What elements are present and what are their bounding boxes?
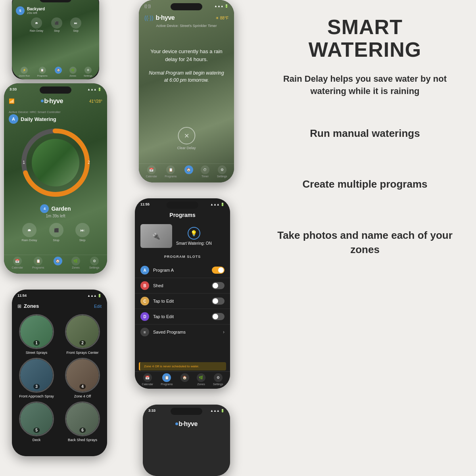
- phone-6-partial: 3:33 ▲▲▲ 🔋 b·hyve: [143, 405, 230, 476]
- nav-settings[interactable]: ⚙ Settings: [213, 373, 223, 386]
- program-badge: A: [9, 114, 18, 124]
- zone-4[interactable]: 4 Zone 4 Off: [61, 358, 104, 398]
- nav-timer[interactable]: ⏱ Timer: [201, 165, 209, 178]
- bhyve-logo: b·hyve: [41, 98, 63, 105]
- zone-name: Backyard: [27, 7, 45, 11]
- bottom-nav: 📅 Calendar 📋 Programs 🏠 🌿 Zones ⚙: [4, 255, 107, 271]
- phone-3-rain-delay: ((·)) ▲▲▲ 🔋 ((·)) b·hyve ☀ 88°F Active D…: [139, 0, 234, 182]
- warning-text: Zone 4 Off is never scheduled to water.: [144, 365, 222, 368]
- saved-programs-row[interactable]: ≡ Saved Programs ›: [135, 324, 230, 340]
- prog-badge-d: D: [140, 312, 149, 321]
- active-device: Active Device: Street's Sprinkler Timer: [139, 24, 234, 28]
- edit-button[interactable]: Edit: [94, 304, 102, 309]
- smart-watering-label: Smart Watering: ON: [176, 241, 212, 246]
- warning-banner: Zone 4 Off is never scheduled to water.: [139, 362, 226, 370]
- feature-1-section: Rain Delay helps you save water by not w…: [274, 73, 456, 98]
- program-item-d[interactable]: D Tap to Edit: [135, 309, 230, 324]
- phone-2-daily-watering: 3:33 ▲▲▲ 🔋 📶 b·hyve 41°/28° Active Devic…: [4, 83, 107, 274]
- phone4-header: Programs: [135, 210, 230, 220]
- zones-header: ⊞ Zones Edit: [12, 301, 107, 311]
- zones-icon-title: ⊞ Zones: [17, 303, 39, 309]
- programs-title: Programs: [140, 212, 225, 218]
- zone-number: 4: [40, 204, 49, 213]
- phone-4-programs: 11:55 ▲▲▲ 🔋 Programs 🔌 💡 Smart Watering:…: [135, 198, 230, 389]
- nav-settings[interactable]: ⚙ Settings: [84, 67, 92, 77]
- nav-programs[interactable]: 📋 Programs: [165, 165, 177, 178]
- rain-delay-btn[interactable]: 🌧 Rain Delay: [30, 17, 43, 32]
- nav-home[interactable]: 🏠: [54, 257, 62, 269]
- nav-settings[interactable]: ⚙ Settings: [217, 165, 227, 178]
- zone-1[interactable]: 1 Street Sprays: [15, 314, 58, 355]
- slots-header: PROGRAM SLOTS: [135, 255, 230, 259]
- program-list: A Program A B Shed C Tap to Edit: [135, 263, 230, 340]
- prog-badge-c: C: [140, 297, 149, 305]
- zone-1-number: 1: [33, 340, 40, 345]
- skip-btn[interactable]: ⏭ Skip: [70, 17, 81, 32]
- temperature: 41°/28°: [89, 99, 102, 104]
- zone-6[interactable]: 6 Back Shed Sprays: [61, 401, 104, 442]
- zone-1-circle: 1: [19, 314, 54, 349]
- prog-toggle-d[interactable]: [212, 313, 225, 320]
- nav-quickrun[interactable]: ⚡ Quick Run: [19, 67, 30, 77]
- feature-2-section: Run manual waterings: [274, 126, 456, 140]
- skip-btn[interactable]: ⏭ Skip: [75, 223, 90, 242]
- stop-btn[interactable]: ⬛ Stop: [49, 223, 63, 242]
- zone-4-circle: 4: [65, 358, 100, 393]
- nav-home[interactable]: 🏠: [184, 165, 193, 178]
- prog-name-c: Tap to Edit: [153, 299, 208, 303]
- device-section: 🔌 💡 Smart Watering: ON: [140, 224, 212, 248]
- zone-2-circle: 2: [65, 314, 100, 349]
- prog-toggle-c[interactable]: [212, 298, 225, 305]
- phone-1-watering: ▲▲▲ 🔋 5 Backyard 23s left 🌧 Rain Delay: [12, 0, 99, 79]
- nav-home[interactable]: 🏠: [180, 373, 189, 386]
- phone3-header: ((·)) b·hyve ☀ 88°F: [139, 12, 234, 24]
- svg-text:1: 1: [23, 160, 25, 165]
- program-item-b[interactable]: B Shed: [135, 278, 230, 294]
- zone-3-number: 3: [33, 384, 40, 389]
- zone-5-circle: 5: [19, 401, 54, 436]
- nav-zones[interactable]: 🌿 Zones: [69, 67, 77, 77]
- nav-calendar[interactable]: 📅 Calendar: [142, 373, 153, 386]
- zone-6-number: 6: [79, 428, 86, 433]
- zone-time: 1m 39s left: [4, 214, 107, 218]
- nav-settings[interactable]: ⚙ Settings: [89, 257, 99, 269]
- right-panel: SMART WATERING Rain Delay helps you save…: [254, 0, 476, 476]
- program-row: A Daily Watering: [9, 114, 56, 124]
- nav-home[interactable]: 🏠: [55, 67, 62, 77]
- rain-delay-text: Your device currently has a rain delay f…: [147, 48, 226, 63]
- bottom-nav: 📅 Calendar 📋 Programs 🏠 🌿 Zones ⚙ Settin…: [135, 371, 230, 387]
- phone-notch: [171, 3, 202, 10]
- program-name: Daily Watering: [21, 116, 56, 122]
- stop-btn[interactable]: ⬛ Stop: [51, 17, 62, 32]
- zone-5-number: 5: [33, 428, 40, 433]
- nav-zones[interactable]: 🌿 Zones: [197, 373, 205, 386]
- zone-5[interactable]: 5 Deck: [15, 401, 58, 442]
- prog-name-a: Program A: [153, 268, 208, 273]
- feature-3-section: Create multiple programs: [274, 177, 456, 191]
- nav-calendar[interactable]: 📅 Calendar: [12, 257, 23, 269]
- temp-display: ☀ 88°F: [215, 16, 228, 20]
- zone-3[interactable]: 3 Front Approach Spray: [15, 358, 58, 398]
- zone-2[interactable]: 2 Front Sprays Center: [61, 314, 104, 355]
- nav-calendar[interactable]: 📅 Calendar: [146, 165, 157, 178]
- zone-info: 4 Garden 1m 39s left: [4, 204, 107, 218]
- phone-notch: [44, 293, 75, 300]
- zone-time: 23s left: [27, 11, 45, 15]
- clear-delay-btn[interactable]: ✕ Clear Delay: [177, 127, 196, 150]
- nav-programs[interactable]: 📋 Programs: [37, 67, 48, 77]
- nav-programs[interactable]: 📋 Programs: [161, 373, 173, 386]
- nav-zones[interactable]: 🌿 Zones: [71, 257, 80, 269]
- zones-grid: 1 Street Sprays 2 Front Sprays Center 3: [15, 314, 104, 442]
- prog-toggle-a[interactable]: [212, 267, 225, 274]
- zone-1-label: Street Sprays: [26, 351, 48, 355]
- rain-delay-btn[interactable]: 🌧 Rain Delay: [21, 223, 37, 242]
- prog-toggle-b[interactable]: [212, 282, 225, 289]
- program-item-a[interactable]: A Program A: [135, 263, 230, 278]
- nav-programs[interactable]: 📋 Programs: [32, 257, 44, 269]
- zones-grid-icon: ⊞: [17, 303, 21, 309]
- zone-6-circle: 6: [65, 401, 100, 436]
- active-device: Active Device: HRC Smart Controller: [4, 110, 65, 114]
- program-item-c[interactable]: C Tap to Edit: [135, 294, 230, 309]
- zone-badge: 5: [16, 6, 25, 15]
- bhyve-logo: b·hyve: [156, 14, 175, 21]
